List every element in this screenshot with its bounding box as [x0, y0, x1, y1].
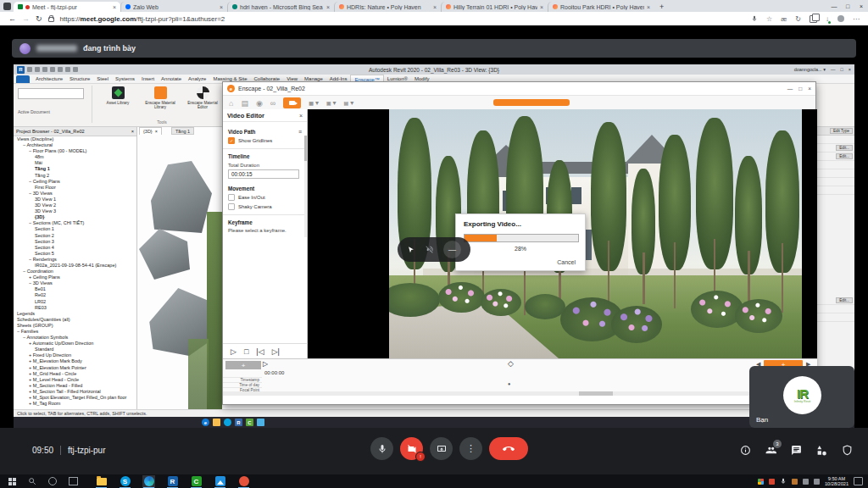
tree-item[interactable]: Section 1 [14, 226, 136, 232]
enscape-restore-button[interactable]: □ [798, 86, 802, 92]
tree-item[interactable]: IR02a_2021-09-19-08-54-41 (Enscape) [14, 263, 136, 269]
shared-explorer-icon[interactable] [213, 419, 220, 426]
video-editor-scrollbar[interactable] [304, 136, 307, 237]
ease-in-out-row[interactable]: Ease In/Out [228, 194, 302, 201]
keyframe-diamond-icon[interactable]: ◇ [508, 359, 514, 368]
enscape-minimize-button[interactable]: — [787, 86, 793, 92]
tree-item[interactable]: Tầng 2 [14, 173, 136, 179]
browser-menu-icon[interactable]: ⋯ [853, 15, 860, 23]
tree-item[interactable]: − Architectural [14, 142, 136, 148]
downloads-icon[interactable]: ↓ [826, 15, 829, 23]
taskbar-edge[interactable] [142, 475, 155, 488]
tree-item[interactable]: Views (Discipline) [14, 136, 136, 142]
search-icon[interactable] [28, 477, 36, 485]
tree-item[interactable]: + M_Level Head - Circle [14, 377, 136, 383]
edit-button[interactable]: Edit... [836, 153, 853, 159]
favorites-add-icon[interactable]: ☆ [766, 15, 772, 23]
profile-avatar[interactable] [837, 15, 844, 22]
tray-red-icon[interactable] [769, 479, 775, 485]
tab-close-icon[interactable]: × [647, 4, 650, 10]
tab-close-icon[interactable]: × [433, 4, 437, 10]
skip-end-button[interactable]: ▷| [272, 347, 280, 356]
shared-photos-icon[interactable] [257, 419, 264, 426]
collections-icon[interactable] [810, 15, 817, 23]
tray-volume-icon[interactable] [814, 479, 820, 485]
tree-item[interactable]: + M_Elevation Mark Body [14, 358, 136, 364]
tree-item[interactable]: Section 2 [14, 233, 136, 239]
participants-button[interactable]: 3 [765, 444, 776, 459]
tab-close-icon[interactable]: × [540, 4, 543, 10]
stop-button[interactable]: □ [244, 347, 248, 356]
selfview-tile[interactable]: IR Infinity Revit Bạn [749, 366, 854, 428]
extension-refresh-icon[interactable]: ↻ [795, 15, 801, 23]
forward-icon[interactable]: → [22, 15, 30, 23]
tree-item[interactable]: − 3D Views [14, 191, 136, 197]
meeting-details-button[interactable] [740, 444, 751, 459]
active-document-combo[interactable] [18, 88, 84, 99]
tree-item[interactable]: + M_Tag Room [14, 401, 136, 407]
play-button[interactable]: ▷ [231, 347, 236, 356]
ease-in-out-checkbox[interactable] [228, 194, 235, 201]
video-editor-button[interactable] [283, 97, 301, 108]
tree-item[interactable]: 48m [14, 154, 136, 160]
video-path-menu-icon[interactable]: ≡ [298, 129, 302, 135]
task-view-icon[interactable] [69, 477, 78, 485]
shaky-camera-checkbox[interactable] [228, 203, 235, 210]
keyframe-dot-icon[interactable]: ● [508, 381, 510, 386]
mic-permission-icon[interactable] [751, 15, 758, 22]
tree-item[interactable]: + M_Grid Head - Circle [14, 371, 136, 377]
ribbon-tab[interactable]: Analyze [185, 75, 209, 83]
tree-item[interactable]: Be01 [14, 286, 136, 292]
tree-item[interactable]: − Renderings [14, 257, 136, 263]
export-group[interactable]: ▣▾ [326, 99, 337, 107]
tab-polyhaven-hilly[interactable]: Hilly Terrain 01 HDRI • Poly Hav × [441, 2, 548, 12]
tab-close-icon[interactable]: × [113, 4, 116, 10]
material-library-button[interactable]: Enscape Material Library [141, 86, 180, 110]
tree-item[interactable]: LR02 [14, 299, 136, 305]
revit-close-button[interactable]: × [849, 67, 851, 72]
render-icon[interactable]: ◉ [256, 99, 263, 108]
skip-start-button[interactable]: |◁ [256, 347, 264, 356]
taskbar-c-app[interactable]: C [190, 475, 203, 488]
tree-item[interactable]: Section 5 [14, 251, 136, 257]
taskbar-explorer[interactable] [95, 475, 108, 488]
revit-account[interactable]: doanngocla... ▾ [794, 67, 826, 72]
playhead-icon[interactable]: ▷ [263, 360, 268, 368]
tab-bing[interactable]: hdri haven - Microsoft Bing Sea × [227, 2, 334, 12]
taskbar-skype[interactable]: S [119, 475, 131, 488]
system-clock[interactable]: 9:50 AM 10/28/2021 [825, 476, 849, 487]
tree-item[interactable]: Tầng 1 [14, 166, 136, 172]
home-icon[interactable]: ⌂ [229, 99, 233, 108]
show-gridlines-row[interactable]: ✓ Show Gridlines [228, 137, 302, 144]
export-cancel-button[interactable]: Cancel [557, 259, 576, 265]
taskbar-photos[interactable] [214, 475, 226, 488]
tree-item[interactable]: − Ceiling Plans [14, 179, 136, 185]
tab-close-icon[interactable]: × [220, 4, 223, 10]
new-tab-button[interactable]: + [654, 3, 669, 12]
present-button[interactable] [430, 437, 453, 460]
window-close-button[interactable]: × [854, 3, 868, 9]
mic-button[interactable] [370, 437, 393, 460]
lock-icon[interactable] [48, 17, 54, 22]
tree-item[interactable]: 3D View 2 [14, 202, 136, 208]
tree-item[interactable]: − Annotation Symbols [14, 335, 136, 341]
revit-restore-button[interactable]: □ [840, 67, 843, 72]
tree-item[interactable]: 3D View 1 [14, 197, 136, 202]
cortana-icon[interactable] [48, 477, 57, 485]
pill-minimize-button[interactable]: — [443, 241, 461, 258]
tree-item[interactable]: + M_Elevation Mark Pointer [14, 365, 136, 371]
ribbon-tab[interactable]: Steel [93, 75, 112, 83]
window-minimize-button[interactable]: — [827, 3, 841, 9]
vr-goggles-icon[interactable]: ∞ [270, 99, 275, 108]
total-duration-input[interactable]: 00:00:15 [228, 169, 299, 179]
ribbon-tab[interactable]: Architecture [32, 75, 66, 83]
project-browser-close-icon[interactable]: × [131, 129, 134, 134]
shared-revit-icon[interactable]: R [235, 419, 242, 426]
tree-item[interactable]: Mái [14, 160, 136, 166]
tray-mic-icon[interactable] [780, 478, 787, 485]
add-keyframe-button[interactable]: + [225, 361, 261, 369]
host-controls-button[interactable] [842, 444, 853, 459]
tree-item[interactable]: + Ceiling Plans [14, 274, 136, 280]
fly-mode-icon[interactable]: ▤ [241, 99, 248, 108]
tree-item[interactable]: Section 4 [14, 245, 136, 251]
